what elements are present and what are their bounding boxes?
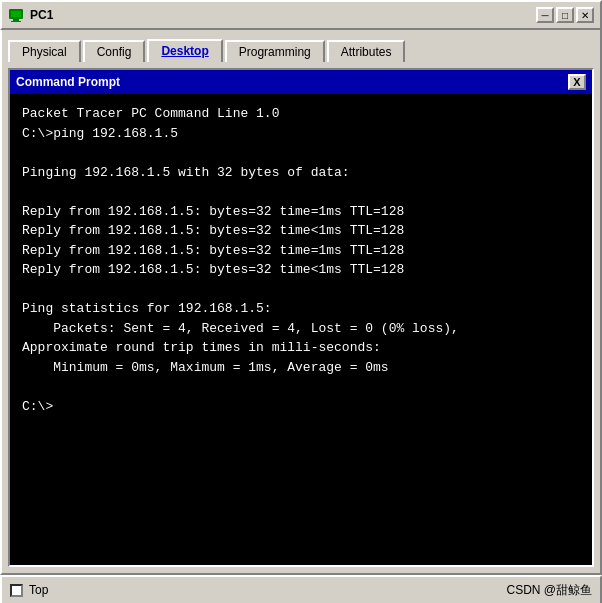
maximize-button[interactable]: □ bbox=[556, 7, 574, 23]
close-button[interactable]: ✕ bbox=[576, 7, 594, 23]
tab-physical[interactable]: Physical bbox=[8, 40, 81, 62]
tab-bar: Physical Config Desktop Programming Attr… bbox=[0, 30, 602, 62]
tab-config[interactable]: Config bbox=[83, 40, 146, 62]
main-content: Command Prompt X Packet Tracer PC Comman… bbox=[0, 62, 602, 575]
cmd-title: Command Prompt bbox=[16, 75, 120, 89]
svg-rect-2 bbox=[13, 19, 19, 21]
cmd-body[interactable]: Packet Tracer PC Command Line 1.0 C:\>pi… bbox=[10, 94, 592, 565]
tab-attributes[interactable]: Attributes bbox=[327, 40, 406, 62]
cmd-window: Command Prompt X Packet Tracer PC Comman… bbox=[8, 68, 594, 567]
top-label: Top bbox=[29, 583, 48, 597]
window-title: PC1 bbox=[30, 8, 536, 22]
app-icon bbox=[8, 7, 24, 23]
tab-desktop[interactable]: Desktop bbox=[147, 39, 222, 64]
svg-rect-1 bbox=[11, 11, 21, 17]
tab-programming[interactable]: Programming bbox=[225, 40, 325, 62]
svg-rect-3 bbox=[11, 21, 21, 22]
window-controls: ─ □ ✕ bbox=[536, 7, 594, 23]
minimize-button[interactable]: ─ bbox=[536, 7, 554, 23]
cmd-close-button[interactable]: X bbox=[568, 74, 586, 90]
bottom-left: Top bbox=[10, 583, 48, 597]
top-checkbox[interactable] bbox=[10, 584, 23, 597]
title-bar: PC1 ─ □ ✕ bbox=[0, 0, 602, 30]
watermark: CSDN @甜鲸鱼 bbox=[506, 582, 592, 599]
bottom-bar: Top CSDN @甜鲸鱼 bbox=[0, 575, 602, 603]
cmd-title-bar: Command Prompt X bbox=[10, 70, 592, 94]
